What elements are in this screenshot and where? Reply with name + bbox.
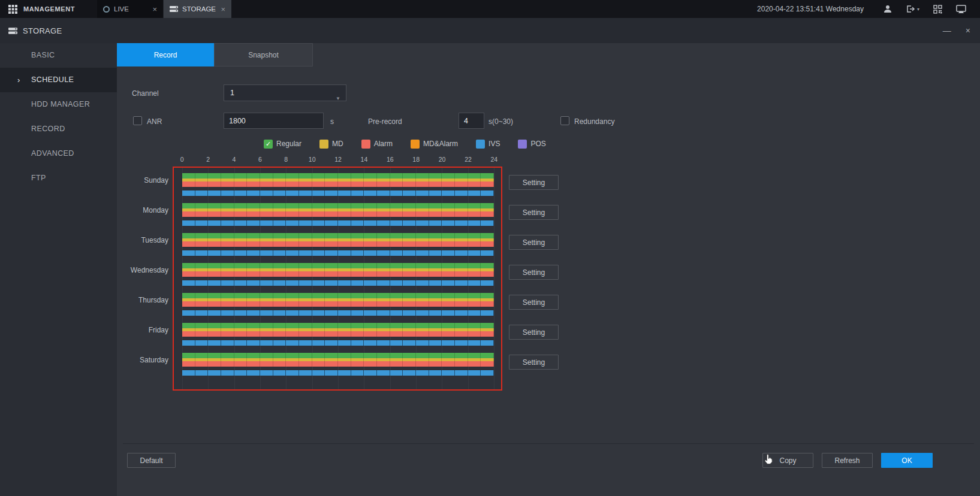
setting-button-saturday[interactable]: Setting: [509, 355, 559, 370]
day-label-friday: Friday: [117, 326, 168, 334]
sidebar: BASIC › SCHEDULE HDD MANAGER RECORD ADVA…: [0, 43, 117, 496]
management-menu[interactable]: MANAGEMENT: [0, 0, 97, 18]
legend-label: MD&Alarm: [423, 140, 458, 148]
legend-item-ivs[interactable]: IVS: [476, 140, 500, 149]
sidebar-item-record[interactable]: RECORD: [0, 117, 117, 141]
active-arrow-icon: ›: [17, 68, 20, 92]
regular-bar: [182, 293, 494, 298]
alarm-bar: [182, 301, 494, 307]
legend-item-md[interactable]: MD: [319, 140, 343, 149]
refresh-button[interactable]: Refresh: [822, 453, 873, 468]
pre-record-unit-label: s(0~30): [489, 117, 513, 126]
alarm-bar: [182, 241, 494, 247]
minimize-icon[interactable]: —: [943, 26, 951, 35]
tab-record[interactable]: Record: [117, 43, 214, 66]
sidebar-item-basic[interactable]: BASIC: [0, 43, 117, 68]
close-icon[interactable]: ×: [152, 5, 157, 13]
display-icon: [956, 5, 966, 14]
day-label-saturday: Saturday: [117, 356, 168, 364]
footer-divider: [123, 443, 974, 444]
ivs-bar: [182, 250, 494, 256]
ivs-bar: [182, 340, 494, 346]
legend-label: Alarm: [374, 140, 393, 148]
anr-checkbox[interactable]: [133, 116, 142, 125]
setting-button-friday[interactable]: Setting: [509, 325, 559, 340]
ok-button[interactable]: OK: [881, 453, 933, 468]
sidebar-item-ftp[interactable]: FTP: [0, 166, 117, 190]
sidebar-item-advanced[interactable]: ADVANCED: [0, 141, 117, 166]
copy-button[interactable]: Copy: [762, 453, 813, 468]
schedule-timeline-chart[interactable]: [173, 167, 502, 391]
schedule-row-sunday[interactable]: [182, 173, 494, 196]
sidebar-item-hdd-manager[interactable]: HDD MANAGER: [0, 92, 117, 117]
qr-code-icon: [933, 5, 942, 14]
setting-button-tuesday[interactable]: Setting: [509, 235, 559, 250]
display-button[interactable]: [956, 5, 966, 14]
logout-button[interactable]: ▾: [906, 5, 919, 13]
legend-item-md-alarm[interactable]: MD&Alarm: [411, 140, 458, 149]
alarm-bar: [182, 361, 494, 367]
pos-checkbox[interactable]: [518, 140, 527, 149]
anr-input[interactable]: [224, 113, 324, 129]
channel-value: 1: [230, 89, 234, 97]
ivs-bar: [182, 220, 494, 226]
ivs-checkbox[interactable]: [476, 140, 485, 149]
schedule-row-saturday[interactable]: [182, 353, 494, 376]
pre-record-input[interactable]: [459, 113, 484, 129]
setting-button-wednesday[interactable]: Setting: [509, 265, 559, 280]
user-button[interactable]: [883, 4, 892, 14]
pre-record-label: Pre-record: [368, 117, 402, 126]
regular-bar: [182, 173, 494, 179]
regular-bar: [182, 263, 494, 268]
hour-tick-label: 24: [481, 156, 507, 163]
hour-tick-label: 2: [195, 156, 221, 163]
setting-button-sunday[interactable]: Setting: [509, 175, 559, 190]
md-alarm-checkbox[interactable]: [411, 140, 420, 149]
redundancy-checkbox[interactable]: [560, 116, 569, 125]
chevron-down-icon: ▼: [336, 91, 340, 107]
schedule-row-monday[interactable]: [182, 203, 494, 226]
hour-tick-label: 0: [169, 156, 195, 163]
live-tab-label: LIVE: [114, 5, 129, 13]
regular-checkbox[interactable]: ✓: [264, 140, 273, 149]
setting-button-thursday[interactable]: Setting: [509, 295, 559, 310]
legend-label: POS: [530, 140, 545, 148]
ivs-bar: [182, 310, 494, 316]
schedule-row-friday[interactable]: [182, 323, 494, 346]
day-label-thursday: Thursday: [117, 296, 168, 304]
storage-tab-label: STORAGE: [182, 5, 216, 13]
schedule-row-tuesday[interactable]: [182, 233, 494, 256]
schedule-row-thursday[interactable]: [182, 293, 494, 316]
hour-tick-label: 22: [455, 156, 481, 163]
qr-code-button[interactable]: [933, 5, 942, 14]
setting-button-monday[interactable]: Setting: [509, 205, 559, 220]
anr-label: ANR: [147, 117, 162, 126]
day-label-tuesday: Tuesday: [117, 236, 168, 244]
sidebar-item-schedule[interactable]: › SCHEDULE: [0, 68, 117, 92]
alarm-checkbox[interactable]: [361, 140, 370, 149]
schedule-row-wednesday[interactable]: [182, 263, 494, 286]
hour-tick-label: 18: [403, 156, 429, 163]
redundancy-label: Redundancy: [574, 117, 614, 126]
close-icon[interactable]: ×: [221, 5, 225, 13]
ivs-bar: [182, 370, 494, 376]
window-title-bar: STORAGE — ×: [0, 18, 980, 43]
tab-storage[interactable]: STORAGE ×: [164, 0, 231, 18]
legend-item-alarm[interactable]: Alarm: [361, 140, 393, 149]
day-label-sunday: Sunday: [117, 176, 168, 185]
legend-item-regular[interactable]: ✓ Regular: [264, 140, 301, 149]
close-icon[interactable]: ×: [966, 26, 970, 35]
caret-down-icon: ▾: [917, 7, 919, 12]
default-button[interactable]: Default: [127, 453, 176, 468]
management-label: MANAGEMENT: [23, 5, 75, 13]
apps-grid-icon: [8, 5, 17, 14]
md-checkbox[interactable]: [319, 140, 328, 149]
alarm-bar: [182, 211, 494, 217]
legend-item-pos[interactable]: POS: [518, 140, 545, 149]
tab-snapshot[interactable]: Snapshot: [214, 43, 313, 66]
channel-select[interactable]: 1 ▼: [224, 84, 346, 101]
hour-tick-label: 16: [377, 156, 403, 163]
hour-axis: 0 2 4 6 8 10 12 14 16 18 20 22 24: [169, 156, 507, 163]
tab-live[interactable]: LIVE ×: [97, 0, 164, 18]
hour-tick-label: 4: [221, 156, 247, 163]
